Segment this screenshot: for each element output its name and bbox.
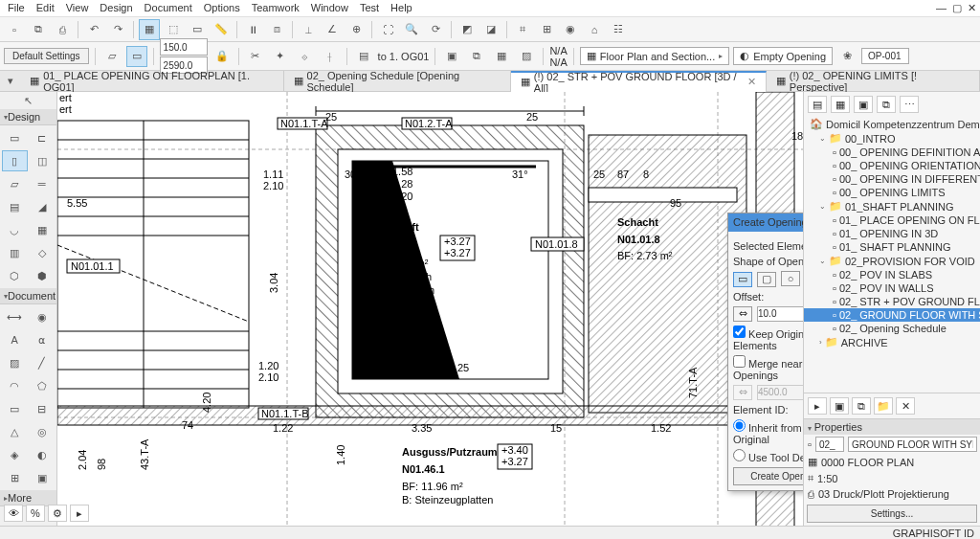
zoom-icon[interactable]: 🔍 — [401, 19, 422, 40]
drawing-tool[interactable]: ▭ — [2, 398, 28, 419]
menu-teamwork[interactable]: Teamwork — [252, 2, 300, 14]
label-tool[interactable]: ⍺ — [30, 329, 56, 350]
story-icon[interactable]: ▤ — [353, 46, 374, 67]
qopt-arrow-icon[interactable]: ▸ — [70, 505, 89, 522]
qopt-zoom-icon[interactable]: % — [26, 505, 45, 522]
angle-icon[interactable]: ∠ — [322, 19, 343, 40]
nav-projmap-icon[interactable]: ▤ — [808, 96, 827, 113]
connect1-icon[interactable]: ▣ — [441, 46, 462, 67]
story-target[interactable]: to 1. OG01 — [378, 51, 430, 62]
ruler-icon[interactable]: 📏 — [211, 19, 232, 40]
tree-shaft[interactable]: ⌄📁 01_SHAFT PLANNING — [804, 199, 980, 213]
stack-icon[interactable]: ☷ — [608, 19, 629, 40]
connect3-icon[interactable]: ▦ — [491, 46, 512, 67]
prop-code-input[interactable] — [815, 437, 844, 452]
elevation-tool[interactable]: △ — [2, 421, 28, 442]
coord-x-input[interactable] — [160, 38, 208, 56]
scissors-icon[interactable]: ✂ — [245, 46, 266, 67]
tree-item[interactable]: ▫ 01_ PLACE OPENING ON FLOORPLAN — [804, 213, 980, 227]
op-field[interactable]: OP-001 — [861, 48, 909, 64]
coord-icon[interactable]: ⊕ — [345, 19, 367, 40]
object-tool[interactable]: ⬡ — [2, 265, 28, 286]
door-tool[interactable]: ⊏ — [30, 127, 56, 148]
figure-tool[interactable]: ▣ — [30, 467, 56, 488]
tab-1[interactable]: ▦02_ Opening Schedule [Opening Schedule] — [284, 71, 511, 92]
fit-icon[interactable]: ⛶ — [377, 19, 398, 40]
tab-3[interactable]: ▦(!) 02_ OPENING LIMITS [! Perspective] — [767, 71, 980, 92]
drawing-canvas[interactable]: Bettenlift N01.01.2 +3.27 +3.27 BF: 6.69… — [57, 92, 803, 526]
menu-edit[interactable]: Edit — [36, 2, 55, 14]
tree-item[interactable]: ▫ 01_ OPENING IN 3D — [804, 227, 980, 240]
prop-name-input[interactable] — [848, 437, 977, 452]
nav-action2-icon[interactable]: ▣ — [830, 397, 849, 415]
tabs-overflow-icon[interactable]: ▾ — [0, 71, 20, 92]
tab-0[interactable]: ▦01_ PLACE OPENING ON FLOORPLAN [1. OG01… — [20, 71, 283, 92]
restore-icon[interactable]: ▢ — [952, 2, 962, 14]
tree-item[interactable]: ▫ 02_ POV IN SLABS — [804, 268, 980, 281]
roof-tool[interactable]: ◢ — [30, 196, 56, 217]
detail-tool[interactable]: ◎ — [30, 421, 56, 442]
orbit-icon[interactable]: ⟳ — [425, 19, 446, 40]
nav-action1-icon[interactable]: ▸ — [808, 397, 827, 415]
perspective-icon[interactable]: ◪ — [480, 19, 501, 40]
arrow-tool[interactable]: ↖ — [0, 92, 56, 109]
geometry-icon[interactable]: ▱ — [101, 46, 122, 67]
nav-action5-icon[interactable]: ✕ — [896, 397, 915, 415]
tree-root[interactable]: 🏠Domicil Kompetenzzentrum Demenz Oberrie… — [804, 117, 980, 131]
nav-pub-icon[interactable]: ⧉ — [877, 96, 896, 113]
nav-viewmap-icon[interactable]: ▦ — [831, 96, 850, 113]
offset-input[interactable] — [757, 306, 803, 322]
qopt-gear-icon[interactable]: ⚙ — [48, 505, 67, 522]
trace-icon[interactable]: ⧈ — [266, 19, 287, 40]
wall-icon[interactable]: ▭ — [187, 19, 208, 40]
tree-item[interactable]: ▫ 00_ OPENING ORIENTATION — [804, 159, 980, 172]
arc-tool[interactable]: ◠ — [2, 375, 28, 396]
magic-icon[interactable]: ✦ — [270, 46, 291, 67]
elevation-icon[interactable]: ⊞ — [536, 19, 557, 40]
tree-item[interactable]: ▫ 02_ POV IN WALLS — [804, 281, 980, 295]
tree-item[interactable]: ▫ 02_ STR + POV GROUND FLOOR — [804, 295, 980, 308]
offset-icon[interactable]: ⇔ — [733, 306, 752, 322]
properties-header[interactable]: ▾ Properties — [804, 419, 980, 435]
floorplan-dropdown[interactable]: ▦Floor Plan and Section... ▸ — [580, 47, 729, 65]
qopt-eye-icon[interactable]: 👁 — [4, 505, 23, 522]
nav-more-icon[interactable]: ⋯ — [900, 96, 919, 113]
morph-tool[interactable]: ◇ — [30, 242, 56, 263]
menu-options[interactable]: Options — [204, 2, 240, 14]
menu-file[interactable]: File — [8, 2, 25, 14]
poly-tool[interactable]: ⬠ — [30, 375, 56, 396]
menu-document[interactable]: Document — [145, 2, 192, 14]
suspend-icon[interactable]: ⏸ — [242, 19, 263, 40]
create-openings-button[interactable]: Create Openings — [733, 467, 803, 485]
nav-layout-icon[interactable]: ▣ — [854, 96, 873, 113]
tab-close-icon[interactable]: ✕ — [747, 76, 756, 88]
column-tool[interactable]: ◫ — [30, 150, 56, 171]
line-tool[interactable]: ╱ — [30, 352, 56, 373]
camera-icon[interactable]: ◉ — [560, 19, 581, 40]
empty-opening-dropdown[interactable]: ◐Empty Opening — [733, 47, 833, 65]
change-tool[interactable]: ◐ — [30, 444, 56, 465]
lock-icon[interactable]: 🔒 — [212, 46, 233, 67]
redo-icon[interactable]: ↷ — [107, 19, 128, 40]
shell-tool[interactable]: ◡ — [2, 219, 28, 240]
dimension-tool[interactable]: ⟷ — [2, 306, 28, 327]
keep-checkbox[interactable]: Keep Original Elements — [733, 328, 803, 351]
design-header[interactable]: ▾ Design — [0, 109, 56, 125]
wall-tool[interactable]: ▭ — [2, 127, 28, 148]
text-tool[interactable]: A — [2, 329, 28, 350]
tree-item[interactable]: ▫ 02_ Opening Schedule — [804, 322, 980, 335]
document-header[interactable]: ▾ Document — [0, 288, 56, 304]
home-icon[interactable]: ⌂ — [584, 19, 605, 40]
nav-action4-icon[interactable]: 📁 — [874, 397, 893, 415]
marquee-icon[interactable]: ⬚ — [163, 19, 184, 40]
menu-help[interactable]: Help — [390, 2, 412, 14]
tree-item[interactable]: ▫ 01_ SHAFT PLANNING — [804, 240, 980, 254]
graphisoft-id[interactable]: GRAPHISOFT ID — [893, 528, 974, 539]
fill-tool[interactable]: ▨ — [2, 352, 28, 373]
close-icon[interactable]: ✕ — [968, 2, 976, 14]
grid-tool[interactable]: ⊞ — [2, 467, 28, 488]
tree-item[interactable]: ▫ 00_ OPENING IN DIFFERENT ELEMENT TYPES — [804, 172, 980, 186]
cursor-mode-icon[interactable]: ▦ — [139, 19, 160, 40]
minimize-icon[interactable]: — — [936, 2, 947, 14]
menu-test[interactable]: Test — [360, 2, 379, 14]
